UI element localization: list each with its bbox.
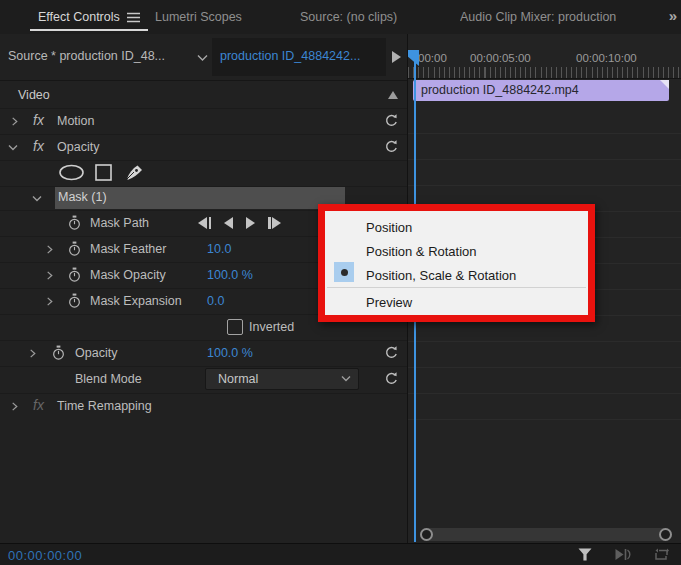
pen-mask-tool-button[interactable] [125, 163, 145, 181]
opacity-param-value[interactable]: 100.0 % [207, 346, 253, 360]
timeline-ruler[interactable]: 00:00 00:00:05:00 00:00:10:00 [408, 48, 681, 79]
stopwatch-icon[interactable] [68, 267, 81, 283]
opacity-effect-row: fx Opacity [0, 134, 407, 161]
inverted-label[interactable]: Inverted [249, 320, 294, 334]
opacity-param-label: Opacity [75, 346, 117, 360]
time-remapping-row: fx Time Remapping [0, 393, 407, 419]
mask-path-label[interactable]: Mask Path [90, 216, 149, 230]
menu-item-position-scale-rotation[interactable]: Position, Scale & Rotation [325, 264, 588, 288]
status-bar: 00:00:00:00 [0, 543, 681, 565]
fx-badge-icon: fx [33, 397, 44, 413]
time-remapping-label[interactable]: Time Remapping [57, 399, 152, 413]
panel-menu-icon[interactable] [127, 12, 140, 23]
zoom-handle-right[interactable] [659, 528, 672, 541]
panel-tab-bar: Effect Controls Lumetri Scopes Source: (… [0, 0, 681, 35]
radio-dot-icon [341, 269, 348, 276]
ruler-tick-label: 00:00 [418, 52, 447, 64]
panel-overflow-icon[interactable]: » [669, 7, 675, 24]
menu-item-position[interactable]: Position [325, 216, 588, 240]
track-mask-backward-button[interactable] [224, 217, 233, 229]
clip-fade-handle[interactable] [660, 80, 669, 89]
timeline-zoom-scrollbar[interactable] [420, 528, 672, 541]
video-header-label: Video [18, 88, 50, 102]
tab-source-monitor[interactable]: Source: (no clips) [300, 0, 397, 34]
reset-icon[interactable] [384, 345, 399, 360]
mask-expansion-value[interactable]: 0.0 [207, 294, 224, 308]
chevron-down-icon [341, 375, 351, 383]
mask-feather-value[interactable]: 10.0 [207, 242, 231, 256]
mask-feather-label: Mask Feather [90, 242, 166, 256]
ruler-tick-label: 00:00:10:00 [576, 52, 637, 64]
mask-tools-row [0, 160, 407, 187]
active-tab-underline [30, 29, 148, 31]
ruler-ticks [408, 67, 681, 78]
opacity-param-row: Opacity 100.0 % [0, 340, 407, 367]
expand-chevron-icon[interactable] [45, 271, 54, 280]
selected-radio-indicator [334, 262, 354, 282]
tab-label: Audio Clip Mixer: production [460, 10, 616, 24]
current-timecode[interactable]: 00:00:00:00 [8, 548, 82, 563]
stopwatch-icon[interactable] [68, 293, 81, 309]
zoom-handle-left[interactable] [420, 528, 433, 541]
tab-lumetri-scopes[interactable]: Lumetri Scopes [155, 0, 242, 34]
menu-item-label: Preview [366, 295, 412, 310]
mask-path-context-menu: Position Position & Rotation Position, S… [318, 204, 595, 322]
fx-badge-icon: fx [33, 138, 44, 154]
stopwatch-icon[interactable] [52, 345, 65, 361]
reset-icon[interactable] [384, 113, 399, 128]
ellipse-mask-tool-button[interactable] [58, 164, 85, 181]
motion-effect-row: fx Motion [0, 108, 407, 135]
video-section-header: Video [0, 82, 407, 109]
rectangle-mask-tool-button[interactable] [95, 164, 112, 181]
tab-effect-controls[interactable]: Effect Controls [38, 0, 140, 34]
timeline-clip[interactable]: production ID_4884242.mp4 [413, 80, 669, 101]
expand-chevron-icon[interactable] [10, 402, 19, 411]
blend-mode-label: Blend Mode [75, 372, 142, 386]
expand-chevron-icon[interactable] [45, 245, 54, 254]
mask-group-label[interactable]: Mask (1) [58, 190, 107, 204]
active-clip-tab[interactable]: production ID_4884242... [220, 49, 360, 63]
ruler-tick-label: 00:00:05:00 [470, 52, 531, 64]
track-mask-forward-button[interactable] [246, 217, 255, 229]
blend-mode-row: Blend Mode Normal [0, 366, 407, 394]
filter-properties-icon[interactable] [578, 548, 592, 561]
collapse-chevron-icon[interactable] [8, 144, 18, 152]
blend-mode-value: Normal [218, 372, 258, 386]
tab-label: Lumetri Scopes [155, 10, 242, 24]
expand-chevron-icon[interactable] [10, 117, 19, 126]
reset-icon[interactable] [384, 371, 399, 386]
stopwatch-icon[interactable] [68, 241, 81, 257]
play-around-icon[interactable] [614, 548, 632, 561]
reset-icon[interactable] [384, 139, 399, 154]
scroll-up-icon[interactable] [388, 91, 398, 99]
opacity-effect-label[interactable]: Opacity [57, 140, 99, 154]
track-mask-forward-one-frame-button[interactable] [268, 217, 281, 229]
blend-mode-dropdown[interactable]: Normal [205, 368, 359, 390]
menu-item-label: Position [366, 220, 412, 235]
chevron-down-icon[interactable] [197, 54, 208, 62]
menu-item-position-rotation[interactable]: Position & Rotation [325, 240, 588, 264]
mask-opacity-value[interactable]: 100.0 % [207, 268, 253, 282]
source-clip-bar: Source * production ID_48... production … [0, 34, 407, 81]
tab-audio-clip-mixer[interactable]: Audio Clip Mixer: production [460, 0, 616, 34]
track-mask-backward-one-frame-button[interactable] [198, 217, 211, 229]
menu-separator [327, 287, 586, 288]
tab-label: Effect Controls [38, 10, 120, 24]
stopwatch-icon[interactable] [68, 215, 81, 231]
tab-label: Source: (no clips) [300, 10, 397, 24]
expand-chevron-icon[interactable] [28, 349, 37, 358]
motion-label[interactable]: Motion [57, 114, 95, 128]
mask-opacity-label: Mask Opacity [90, 268, 166, 282]
inverted-checkbox[interactable] [227, 319, 243, 335]
tab-scroll-right-icon[interactable] [392, 51, 401, 63]
menu-item-label: Position & Rotation [366, 244, 477, 259]
mask-expansion-label: Mask Expansion [90, 294, 182, 308]
clip-name-label: production ID_4884242.mp4 [421, 83, 579, 97]
menu-item-preview[interactable]: Preview [325, 291, 588, 315]
source-clip-tab[interactable]: Source * production ID_48... [8, 49, 165, 63]
expand-chevron-icon[interactable] [45, 297, 54, 306]
fx-badge-icon: fx [33, 112, 44, 128]
loop-playback-icon[interactable] [654, 548, 669, 561]
menu-item-label: Position, Scale & Rotation [366, 268, 516, 283]
collapse-chevron-icon[interactable] [32, 195, 42, 203]
